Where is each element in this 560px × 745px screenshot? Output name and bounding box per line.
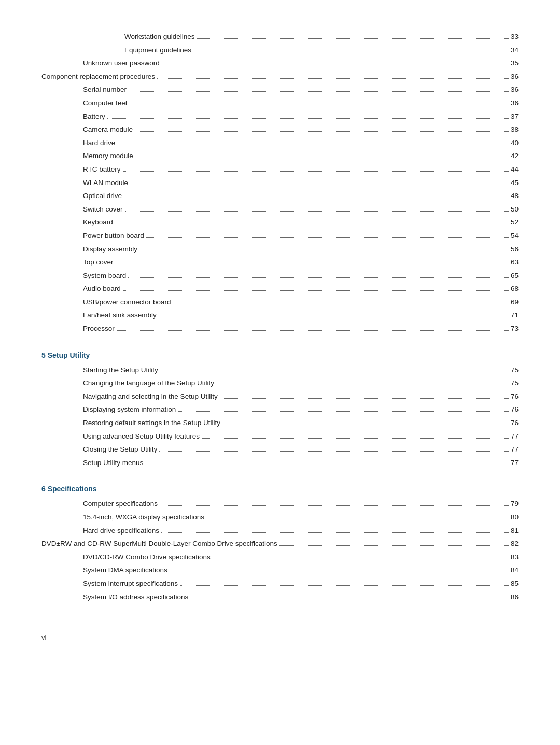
list-item: 15.4-inch, WXGA display specifications 8… <box>41 512 519 523</box>
specifications-heading: 6 Specifications <box>41 485 519 493</box>
list-item: Hard drive 40 <box>41 137 519 149</box>
list-item: Navigating and selecting in the Setup Ut… <box>41 391 519 402</box>
list-item: Keyboard 52 <box>41 217 519 228</box>
list-item: Using advanced Setup Utility features 77 <box>41 431 519 442</box>
list-item: Processor 73 <box>41 323 519 334</box>
setup-utility-heading: 5 Setup Utility <box>41 351 519 359</box>
toc-container: Workstation guidelines 33 Equipment guid… <box>41 31 519 602</box>
top-section: Workstation guidelines 33 Equipment guid… <box>41 31 519 334</box>
list-item: Audio board 68 <box>41 283 519 294</box>
list-item: Closing the Setup Utility 77 <box>41 444 519 455</box>
list-item: System I/O address specifications 86 <box>41 592 519 603</box>
list-item: Fan/heat sink assembly 71 <box>41 310 519 321</box>
list-item: System interrupt specifications 85 <box>41 578 519 589</box>
list-item: Memory module 42 <box>41 150 519 162</box>
list-item: Component replacement procedures 36 <box>41 71 519 82</box>
list-item: Starting the Setup Utility 75 <box>41 364 519 376</box>
list-item: Switch cover 50 <box>41 204 519 215</box>
specifications-section: 6 Specifications Computer specifications… <box>41 485 519 602</box>
list-item: Changing the language of the Setup Utili… <box>41 377 519 389</box>
list-item: Display assembly 56 <box>41 244 519 255</box>
list-item: Computer specifications 79 <box>41 498 519 510</box>
list-item: Power button board 54 <box>41 230 519 242</box>
page-footer: vi <box>41 634 519 641</box>
list-item: Top cover 63 <box>41 257 519 268</box>
page-number: vi <box>41 634 46 641</box>
list-item: Serial number 36 <box>41 84 519 95</box>
list-item: Equipment guidelines 34 <box>41 45 519 56</box>
list-item: System DMA specifications 84 <box>41 565 519 576</box>
list-item: Optical drive 48 <box>41 190 519 202</box>
list-item: Computer feet 36 <box>41 97 519 109</box>
list-item: Displaying system information 76 <box>41 404 519 415</box>
list-item: Workstation guidelines 33 <box>41 31 519 43</box>
list-item: Hard drive specifications 81 <box>41 525 519 537</box>
list-item: USB/power connector board 69 <box>41 297 519 308</box>
list-item: RTC battery 44 <box>41 164 519 175</box>
list-item: System board 65 <box>41 270 519 282</box>
list-item: Camera module 38 <box>41 124 519 135</box>
list-item: WLAN module 45 <box>41 177 519 189</box>
list-item: DVD±RW and CD-RW SuperMulti Double-Layer… <box>41 538 519 550</box>
list-item: DVD/CD-RW Combo Drive specifications 83 <box>41 552 519 563</box>
list-item: Restoring default settings in the Setup … <box>41 417 519 429</box>
list-item: Setup Utility menus 77 <box>41 457 519 469</box>
setup-utility-section: 5 Setup Utility Starting the Setup Utili… <box>41 351 519 469</box>
list-item: Battery 37 <box>41 111 519 122</box>
list-item: Unknown user password 35 <box>41 58 519 69</box>
